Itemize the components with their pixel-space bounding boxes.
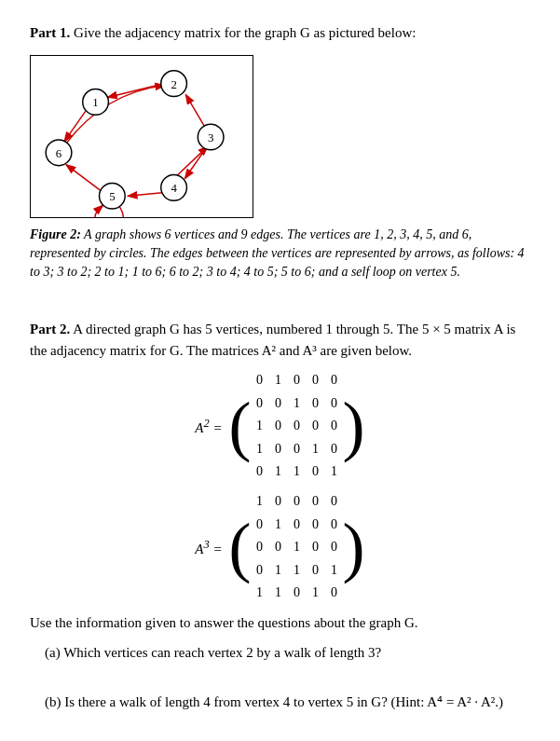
a2-matrix-row: A2 = ( 0100000100100001001001101 ) — [195, 370, 366, 482]
a2-left-bracket: ( — [229, 392, 252, 460]
matrix-cell: 1 — [253, 439, 267, 460]
matrix-cell: 0 — [308, 560, 323, 581]
a2-grid: 0100000100100001001001101 — [253, 370, 342, 482]
a3-right-bracket: ) — [343, 514, 365, 581]
matrix-cell: 1 — [308, 583, 323, 603]
matrix-cell: 0 — [271, 439, 286, 460]
matrix-cell: 1 — [271, 370, 286, 391]
a3-matrix-row: A3 = ( 1000001000001000110111010 ) — [195, 491, 366, 603]
matrix-cell: 0 — [253, 370, 267, 391]
matrix-cell: 0 — [327, 515, 342, 535]
a2-right-bracket: ) — [343, 392, 365, 460]
matrix-cell: 0 — [308, 461, 323, 482]
graph-svg: 1 2 3 4 5 6 — [31, 56, 253, 217]
matrix-cell: 1 — [327, 560, 342, 581]
matrix-cell: 0 — [290, 515, 305, 535]
matrix-cell: 0 — [327, 393, 342, 414]
matrix-cell: 0 — [308, 393, 323, 414]
matrix-cell: 1 — [290, 393, 305, 414]
svg-text:2: 2 — [171, 77, 176, 90]
matrix-cell: 1 — [271, 560, 286, 581]
svg-line-6 — [184, 144, 208, 178]
matrix-cell: 0 — [308, 537, 323, 557]
a2-label: A2 = — [195, 417, 223, 436]
figure-caption: Figure 2: A graph shows 6 vertices and 9… — [30, 226, 530, 282]
a3-grid: 1000001000001000110111010 — [253, 491, 342, 603]
part2-block: Part 2. A directed graph G has 5 vertice… — [30, 319, 530, 712]
matrix-cell: 1 — [290, 461, 305, 482]
matrix-cell: 0 — [253, 393, 267, 414]
matrix-cell: 1 — [327, 461, 342, 482]
svg-text:5: 5 — [109, 190, 115, 203]
graph-box: 1 2 3 4 5 6 — [30, 55, 253, 218]
svg-text:1: 1 — [92, 96, 98, 109]
matrix-cell: 0 — [253, 515, 267, 535]
matrix-cell: 0 — [327, 537, 342, 557]
matrix-cell: 1 — [271, 515, 286, 535]
svg-line-8 — [66, 164, 103, 192]
matrix-cell: 1 — [271, 583, 286, 603]
figure-number: Figure 2: — [30, 227, 81, 241]
question-b: (b) Is there a walk of length 4 from ver… — [45, 691, 530, 713]
svg-line-3 — [185, 94, 204, 126]
matrix-cell: 0 — [327, 416, 342, 436]
part1-label: Part 1. — [30, 25, 70, 40]
svg-line-4 — [107, 83, 163, 97]
matrix-cell: 0 — [308, 491, 323, 512]
matrix-cell: 0 — [327, 583, 342, 603]
matrix-cell: 0 — [308, 515, 323, 535]
figure-caption-text: A graph shows 6 vertices and 9 edges. Th… — [30, 227, 525, 280]
a2-bracket: ( 0100000100100001001001101 ) — [228, 370, 366, 482]
a3-bracket: ( 1000001000001000110111010 ) — [228, 491, 366, 603]
svg-line-2 — [174, 145, 209, 178]
matrix-cell: 0 — [271, 491, 286, 512]
matrix-cell: 0 — [253, 537, 267, 557]
matrix-cell: 1 — [253, 491, 267, 512]
matrix-cell: 1 — [253, 416, 267, 436]
matrix-cell: 0 — [290, 491, 305, 512]
part2-label: Part 2. — [30, 322, 70, 336]
matrix-cell: 1 — [290, 537, 305, 557]
matrix-cell: 1 — [253, 583, 267, 603]
matrix-cell: 0 — [327, 370, 342, 391]
question-a: (a) Which vertices can reach vertex 2 by… — [45, 641, 530, 664]
svg-text:3: 3 — [208, 130, 213, 144]
part1-instruction: Give the adjacency matrix for the graph … — [74, 25, 416, 40]
matrix-cell: 1 — [308, 439, 323, 460]
matrix-cell: 0 — [308, 370, 323, 391]
a3-label: A3 = — [195, 538, 223, 557]
matrix-cell: 0 — [253, 461, 267, 482]
figure-container: 1 2 3 4 5 6 Figure 2: A graph shows 6 ve… — [30, 55, 530, 299]
part2-intro: A directed graph G has 5 vertices, numbe… — [30, 322, 515, 358]
svg-text:4: 4 — [171, 182, 177, 195]
matrix-cell: 0 — [271, 393, 286, 414]
matrix-cell: 0 — [290, 370, 305, 391]
questions: Use the information given to answer the … — [30, 612, 530, 713]
matrix-cell: 0 — [308, 416, 323, 436]
matrix-cell: 0 — [271, 416, 286, 436]
matrix-cell: 0 — [327, 439, 342, 460]
matrix-cell: 0 — [271, 537, 286, 557]
matrix-cell: 1 — [271, 461, 286, 482]
matrix-cell: 0 — [290, 416, 305, 436]
svg-line-5 — [64, 111, 86, 142]
matrix-cell: 0 — [290, 583, 305, 603]
use-info: Use the information given to answer the … — [30, 612, 530, 634]
matrices-area: A2 = ( 0100000100100001001001101 ) A3 = … — [30, 370, 530, 603]
matrix-cell: 0 — [253, 560, 267, 581]
matrix-cell: 1 — [290, 560, 305, 581]
matrix-cell: 0 — [290, 439, 305, 460]
matrix-cell: 0 — [327, 491, 342, 512]
svg-text:6: 6 — [56, 146, 62, 159]
a3-left-bracket: ( — [229, 514, 252, 581]
